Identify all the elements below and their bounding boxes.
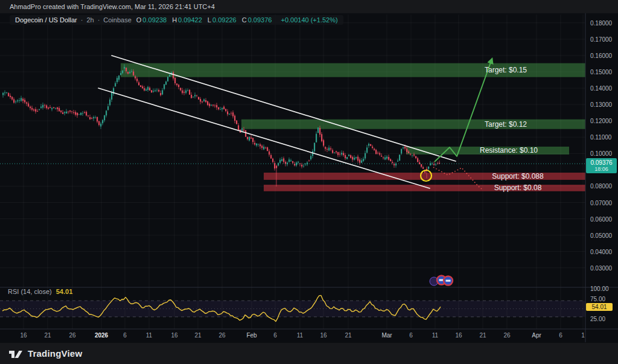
time-tick: 21 xyxy=(194,332,201,339)
price-tick: 0.03000 xyxy=(590,264,612,271)
time-tick: 16 xyxy=(320,332,327,339)
price-tick: 0.15000 xyxy=(590,69,612,75)
ohlc-value: 0.09226 xyxy=(212,16,237,24)
interval-label[interactable]: 2h xyxy=(86,16,94,24)
symbol-title[interactable]: Dogecoin / US Dollar xyxy=(15,16,77,24)
time-tick: 21 xyxy=(44,332,51,339)
time-tick: 11 xyxy=(432,332,438,339)
rsi-value-badge: 54.01 xyxy=(586,303,613,311)
price-tick: 0.08000 xyxy=(590,183,612,190)
tradingview-chart-screen: AhmadPro created with TradingView.com, M… xyxy=(0,0,618,364)
symbol-legend[interactable]: Dogecoin / US Dollar · 2h · Coinbase O0.… xyxy=(10,15,343,25)
rsi-tick: 100.00 xyxy=(590,286,609,292)
time-tick: 1 xyxy=(581,332,585,339)
ohlc-label: L xyxy=(208,16,211,24)
legend-separator: · xyxy=(81,16,83,24)
time-tick: Apr xyxy=(532,332,541,339)
emoji-markers-icon xyxy=(430,276,453,286)
price-tick: 0.14000 xyxy=(590,85,612,92)
tradingview-logo-icon[interactable] xyxy=(8,348,23,359)
time-tick: 6 xyxy=(273,332,277,339)
rsi-tick: 75.00 xyxy=(590,295,605,302)
time-tick: 16 xyxy=(20,332,27,339)
zone-label-target-012: Target: $0.12 xyxy=(485,120,527,129)
time-tick: 6 xyxy=(559,332,562,339)
time-tick: 26 xyxy=(218,332,225,339)
time-tick: Mar xyxy=(381,332,392,339)
time-tick: 21 xyxy=(345,332,351,339)
chart-plot[interactable] xyxy=(0,0,618,364)
price-tick: 0.12000 xyxy=(590,118,612,124)
watermark-bar: AhmadPro created with TradingView.com, M… xyxy=(0,0,618,13)
rsi-tick: 25.00 xyxy=(590,316,605,322)
watermark-text: AhmadPro created with TradingView.com, M… xyxy=(10,3,215,10)
zone-label-resistance-010: Resistance: $0.10 xyxy=(480,146,538,155)
current-price-value: 0.09376 xyxy=(586,159,617,166)
tradingview-brand[interactable]: TradingView xyxy=(28,348,82,359)
price-tick: 0.05000 xyxy=(590,232,612,238)
zone-label-target-015: Target: $0.15 xyxy=(485,66,527,74)
time-tick: 6 xyxy=(409,332,413,339)
time-tick: 26 xyxy=(503,332,510,339)
footer-bar: TradingView xyxy=(0,343,618,364)
ohlc-values: O0.09238H0.09422L0.09226C0.09376 xyxy=(135,16,275,24)
time-tick: 11 xyxy=(146,332,152,339)
price-tick: 0.17000 xyxy=(590,36,612,42)
ohlc-label: C xyxy=(242,16,247,24)
time-tick: Feb xyxy=(246,332,256,339)
price-tick: 0.04000 xyxy=(590,248,612,255)
ohlc-label: O xyxy=(136,16,142,24)
zone-label-support-008: Support: $0.08 xyxy=(494,184,542,192)
time-tick: 6 xyxy=(123,332,127,339)
price-tick: 0.07000 xyxy=(590,199,612,206)
ohlc-label: H xyxy=(172,16,177,24)
bar-countdown: 18:06 xyxy=(586,166,617,173)
time-tick: 26 xyxy=(69,332,75,339)
time-tick: 21 xyxy=(479,332,486,339)
time-tick: 2026 xyxy=(95,332,108,339)
ohlc-value: 0.09376 xyxy=(248,16,272,24)
zone-label-support-0088: Support: $0.088 xyxy=(492,172,543,180)
price-tick: 0.18000 xyxy=(590,19,612,26)
rsi-title[interactable]: RSI (14, close) xyxy=(8,288,52,295)
exchange-label: Coinbase xyxy=(103,16,131,24)
time-tick: 16 xyxy=(171,332,177,339)
price-tick: 0.16000 xyxy=(590,52,612,59)
legend-separator: · xyxy=(98,16,100,24)
rsi-legend[interactable]: RSI (14, close)54.01 xyxy=(8,288,72,295)
time-tick: 16 xyxy=(455,332,462,339)
ohlc-value: 0.09422 xyxy=(178,16,202,24)
rsi-value: 54.01 xyxy=(56,288,73,295)
price-tick: 0.06000 xyxy=(590,216,612,222)
change-label: +0.00140 (+1.52%) xyxy=(281,16,337,24)
time-tick: 11 xyxy=(297,332,303,339)
price-tick: 0.13000 xyxy=(590,101,612,108)
price-tick: 0.10000 xyxy=(590,150,612,157)
current-price-badge: 0.09376 18:06 xyxy=(586,158,617,173)
price-tick: 0.11000 xyxy=(590,134,611,141)
ohlc-value: 0.09238 xyxy=(142,16,167,24)
